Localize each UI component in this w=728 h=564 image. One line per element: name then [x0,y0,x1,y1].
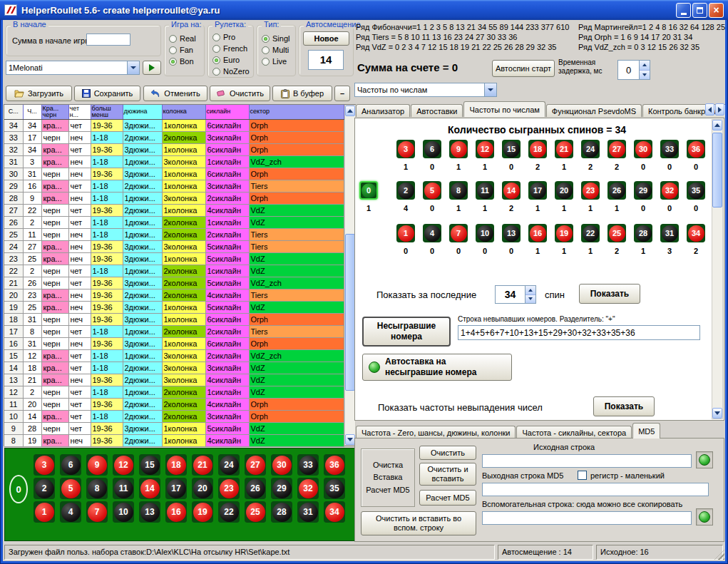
board-cell-24[interactable]: 24 [581,140,600,158]
board-cell-35[interactable]: 35 [687,181,705,200]
board-cell-29[interactable]: 29 [271,478,292,499]
radio-game-real[interactable]: Real [169,33,196,44]
board-cell-35[interactable]: 35 [324,478,345,499]
board-cell-36[interactable]: 36 [687,140,705,158]
column-header[interactable]: сиклайн [205,105,249,119]
board-cell-9[interactable]: 9 [86,454,108,476]
tab-2[interactable]: Частоты по числам [463,101,545,117]
table-row[interactable]: 1925кра...неч19-363дюжи...1колонка5сикла… [4,301,344,313]
table-row[interactable]: 178чернчет1-181дюжи...2колонка2сиклайнTi… [4,325,344,337]
start-sum-input[interactable] [86,34,130,46]
column-header[interactable]: сектор [249,105,344,119]
table-row[interactable]: 819кра...неч19-362дюжи...1колонка4сиклай… [4,434,344,446]
board-cell-1[interactable]: 1 [34,501,55,523]
radio-icon[interactable] [169,58,177,66]
new-offset-button[interactable]: Новое [303,31,349,46]
radio-icon[interactable] [169,46,177,54]
board-cell-8[interactable]: 8 [449,181,468,200]
table-row[interactable]: 2325кра...неч19-363дюжи...1колонка5сикла… [4,252,344,265]
board-cell-2[interactable]: 2 [396,181,415,200]
board-cell-32[interactable]: 32 [660,181,679,200]
md5-clear-button[interactable]: Очистить [419,446,476,460]
board-cell-24[interactable]: 24 [218,454,240,476]
board-cell-3[interactable]: 3 [34,454,55,476]
radio-icon[interactable] [212,56,220,64]
show-last-button[interactable]: Показать [579,284,640,304]
table-row[interactable]: 1321кра...неч19-362дюжи...3колонка4сикла… [4,374,344,386]
board-cell-16[interactable]: 16 [528,224,547,242]
board-cell-15[interactable]: 15 [502,140,521,158]
board-cell-20[interactable]: 20 [192,478,213,499]
table-row[interactable]: 1631черннеч19-363дюжи...1колонка6сиклайн… [4,337,344,349]
spin-up-icon[interactable] [526,286,535,295]
board-cell-31[interactable]: 31 [660,224,679,242]
board-cell-26[interactable]: 26 [607,181,626,200]
md5-clear-paste-button[interactable]: Очистить и вставить [419,463,476,486]
column-header[interactable]: колонка [162,105,205,119]
board-cell-11[interactable]: 11 [113,478,134,499]
board-cell-5[interactable]: 5 [423,181,441,200]
board-cell-20[interactable]: 20 [555,181,573,200]
autobet-missed-button[interactable]: Автоставка на несыгравшие номера [362,354,512,381]
clear-button[interactable]: Очистить [210,86,270,101]
chevron-down-icon[interactable] [484,83,496,96]
board-cell-23[interactable]: 23 [218,478,240,499]
board-cell-12[interactable]: 12 [476,140,494,158]
tab-1[interactable]: Автоставки [411,104,463,117]
board-cell-28[interactable]: 28 [271,501,292,523]
board-cell-5[interactable]: 5 [60,478,81,499]
board-cell-33[interactable]: 33 [297,454,319,476]
board-cell-26[interactable]: 26 [245,478,266,499]
tabs-scroll-right-icon[interactable] [715,103,724,116]
spin-down-icon[interactable] [640,71,650,80]
md5-aux-go[interactable] [696,508,713,525]
autospin-button[interactable]: Автоспин старт [492,60,555,77]
title-bar[interactable]: HelperRoullet 5.6- create helperroullet@… [0,0,728,20]
radio-icon[interactable] [262,58,270,66]
radio-icon[interactable] [262,35,270,43]
tabs-scroll-left-icon[interactable] [705,103,714,116]
table-row[interactable]: 928чернчет19-363дюжи...1колонка5сиклайнV… [4,422,344,434]
table-row[interactable]: 313кра...неч1-181дюжи...3колонка1сиклайн… [4,155,344,168]
board-cell-22[interactable]: 22 [218,501,240,523]
bottom-tab-0[interactable]: Частота - Zero, шансы, дюжины, колонки [356,426,516,439]
table-row[interactable]: 1120чернчет19-362дюжи...2колонка4сиклайн… [4,398,344,410]
md5-aux-input[interactable] [482,511,692,525]
board-cell-13[interactable]: 13 [139,501,160,523]
load-button[interactable]: Загрузить [6,86,72,101]
table-row[interactable]: 122чернчет1-181дюжи...2колонка1сиклайнVd… [4,386,344,398]
table-row[interactable]: 289кра...неч1-181дюжи...3колонка2сиклайн… [4,192,344,204]
radio-roulette-nozero[interactable]: NoZero [212,66,250,77]
column-header[interactable]: С... [4,105,23,119]
copy-buffer-button[interactable]: В буфер [272,86,332,101]
board-cell-36[interactable]: 36 [324,454,345,476]
radio-type-singl[interactable]: Singl [262,33,289,44]
last-spins-spinner[interactable]: 34 [495,285,536,304]
board-cell-30[interactable]: 30 [271,454,292,476]
board-cell-2[interactable]: 2 [34,478,55,499]
board-cell-29[interactable]: 29 [634,181,652,200]
show-freq-button[interactable]: Показать [593,396,655,416]
tab-0[interactable]: Анализатор [356,104,410,117]
spin-up-icon[interactable] [640,61,650,71]
board-cell-31[interactable]: 31 [297,501,319,523]
board-cell-0[interactable]: 0 [359,181,378,200]
table-row[interactable]: 3434кра...чет19-363дюжи...1колонка6сикла… [4,119,344,131]
bottom-tab-1[interactable]: Частота - сиклайны, сектора [516,426,632,439]
scroll-up-icon[interactable] [345,106,355,116]
board-cell-6[interactable]: 6 [60,454,81,476]
table-row[interactable]: 222чернчет1-181дюжи...2колонка1сиклайнVd… [4,265,344,277]
board-cell-21[interactable]: 21 [555,140,573,158]
maximize-button[interactable] [692,3,707,18]
radio-icon[interactable] [169,35,177,43]
board-cell-16[interactable]: 16 [165,501,187,523]
md5-clear-paste-aux-button[interactable]: Очистить и вставить во вспом. строку [361,511,476,535]
board-cell-18[interactable]: 18 [528,140,547,158]
table-row[interactable]: 2126чернчет19-363дюжи...2колонка5сиклайн… [4,277,344,289]
md5-source-go[interactable] [696,451,713,468]
board-cell-9[interactable]: 9 [449,140,468,158]
board-cell-3[interactable]: 3 [396,140,415,158]
preset-combo[interactable]: 1Melonati [6,61,140,75]
board-cell-8[interactable]: 8 [86,478,108,499]
board-cell-15[interactable]: 15 [139,454,160,476]
